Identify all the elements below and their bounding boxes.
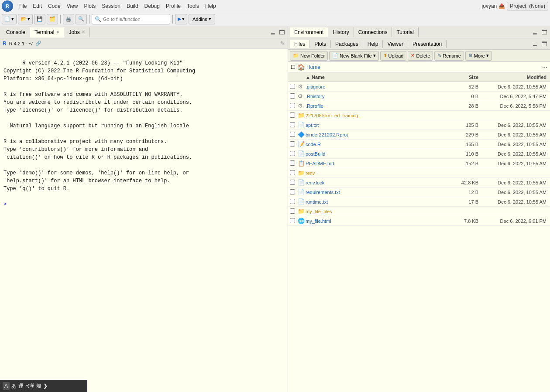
menu-tools[interactable]: Tools — [184, 2, 202, 10]
file-name-13[interactable]: my_file_files — [306, 209, 443, 214]
file-checkbox-9[interactable] — [290, 170, 298, 176]
file-name-10[interactable]: renv.lock — [306, 180, 443, 185]
menu-profile[interactable]: Profile — [163, 2, 183, 10]
file-check-3[interactable] — [290, 112, 295, 118]
run-button[interactable]: ▶ ▾ — [175, 14, 187, 24]
file-check-4[interactable] — [290, 122, 295, 127]
path-home-label[interactable]: Home — [306, 64, 320, 70]
find-button[interactable]: 🔍 — [76, 14, 87, 24]
file-name-12[interactable]: runtime.txt — [306, 199, 443, 205]
path-checkbox[interactable]: ☐ — [291, 64, 296, 70]
upload-button[interactable]: ⬆ Upload — [380, 51, 407, 61]
run-dropdown-icon[interactable]: ▾ — [182, 16, 185, 22]
header-name[interactable]: ▲ Name — [306, 75, 443, 80]
terminal-close-icon[interactable]: ✕ — [56, 30, 59, 34]
ime-hira-icon[interactable]: あ — [11, 382, 17, 390]
table-row[interactable]: ⚙ .Rhistory 0 B Dec 6, 2022, 5:47 PM — [288, 92, 550, 101]
file-name-3[interactable]: 221208tskm_ed_training — [306, 113, 443, 118]
open-file-dropdown-icon[interactable]: ▾ — [28, 16, 30, 22]
file-checkbox-5[interactable] — [290, 132, 298, 138]
table-row[interactable]: 📄 renv.lock 42.8 KB Dec 6, 2022, 10:55 A… — [288, 178, 550, 187]
new-blank-file-dropdown[interactable]: ▾ — [373, 53, 376, 58]
subtab-plots[interactable]: Plots — [310, 40, 331, 48]
table-row[interactable]: 📁 my_file_files — [288, 207, 550, 216]
menu-file[interactable]: File — [16, 2, 29, 10]
more-button[interactable]: ⚙ More ▾ — [465, 51, 492, 61]
file-check-0[interactable] — [290, 84, 295, 89]
file-checkbox-3[interactable] — [290, 112, 298, 119]
header-modified[interactable]: Modified — [478, 75, 548, 80]
file-name-8[interactable]: README.md — [306, 161, 443, 166]
file-name-0[interactable]: .gitignore — [306, 84, 443, 89]
file-name-14[interactable]: my_file.html — [306, 218, 443, 224]
table-row[interactable]: ⚙ .gitignore 52 B Dec 6, 2022, 10:55 AM — [288, 82, 550, 92]
file-name-2[interactable]: .Rprofile — [306, 103, 443, 109]
rename-button[interactable]: ✎ Rename — [434, 51, 464, 61]
delete-button[interactable]: ✕ Delete — [408, 51, 433, 61]
ime-un-icon[interactable]: 運 — [18, 382, 24, 390]
file-checkbox-6[interactable] — [290, 141, 298, 147]
ime-arrow-icon[interactable]: ❯ — [43, 383, 48, 389]
maximize-left-icon[interactable]: 🗖 — [278, 28, 286, 37]
tab-tutorial[interactable]: Tutorial — [392, 27, 419, 37]
table-row[interactable]: ⚙ .Rprofile 28 B Dec 6, 2022, 5:58 PM — [288, 101, 550, 111]
menu-view[interactable]: View — [64, 2, 81, 10]
file-checkbox-8[interactable] — [290, 160, 298, 167]
save-button[interactable]: 💾 — [34, 14, 45, 24]
subtab-viewer[interactable]: Viewer — [383, 40, 408, 48]
menu-help[interactable]: Help — [203, 2, 219, 10]
file-name-11[interactable]: requirements.txt — [306, 190, 443, 195]
table-row[interactable]: 🌐 my_file.html 7.8 KB Dec 6, 2022, 6:01 … — [288, 216, 550, 226]
table-row[interactable]: 📁 renv — [288, 168, 550, 178]
file-check-12[interactable] — [290, 199, 295, 204]
file-check-2[interactable] — [290, 103, 295, 108]
file-name-7[interactable]: postBuild — [306, 151, 443, 157]
ime-rkanji-icon[interactable]: R漢 — [25, 382, 34, 390]
file-checkbox-4[interactable] — [290, 122, 298, 128]
table-row[interactable]: 📁 221208tskm_ed_training — [288, 111, 550, 120]
publish-icon[interactable]: 📤 — [498, 3, 505, 9]
table-row[interactable]: 📄 apt.txt 125 B Dec 6, 2022, 10:55 AM — [288, 120, 550, 130]
jobs-close-icon[interactable]: ✕ — [82, 30, 85, 34]
menu-build[interactable]: Build — [124, 2, 141, 10]
table-row[interactable]: 📄 runtime.txt 17 B Dec 6, 2022, 10:55 AM — [288, 197, 550, 207]
tab-environment[interactable]: Environment — [290, 27, 328, 37]
tab-history[interactable]: History — [328, 27, 354, 37]
open-file-button[interactable]: 📂 ▾ — [18, 14, 33, 24]
file-checkbox-13[interactable] — [290, 208, 298, 215]
goto-input[interactable] — [103, 17, 167, 22]
file-check-7[interactable] — [290, 151, 295, 156]
file-name-1[interactable]: .Rhistory — [306, 94, 443, 99]
file-checkbox-2[interactable] — [290, 103, 298, 109]
subtab-help[interactable]: Help — [363, 40, 383, 48]
file-name-5[interactable]: binder221202.Rproj — [306, 132, 443, 137]
file-checkbox-11[interactable] — [290, 189, 298, 195]
table-row[interactable]: 🔷 binder221202.Rproj 229 B Dec 6, 2022, … — [288, 130, 550, 140]
menu-code[interactable]: Code — [45, 2, 63, 10]
subtab-files[interactable]: Files — [290, 40, 310, 48]
maximize-right-bottom-icon[interactable]: 🗖 — [540, 40, 548, 48]
new-blank-file-button[interactable]: 📄 New Blank File ▾ — [329, 51, 378, 61]
file-check-1[interactable] — [290, 93, 295, 99]
file-checkbox-7[interactable] — [290, 151, 298, 157]
ime-general-icon[interactable]: 般 — [36, 382, 41, 390]
subtab-presentation[interactable]: Presentation — [408, 40, 447, 48]
file-check-9[interactable] — [290, 170, 295, 175]
menu-debug[interactable]: Debug — [142, 2, 162, 10]
file-check-8[interactable] — [290, 160, 295, 166]
file-checkbox-1[interactable] — [290, 93, 298, 99]
file-check-14[interactable] — [290, 218, 295, 223]
save-all-button[interactable]: 🗂️ — [47, 14, 58, 24]
maximize-right-top-icon[interactable]: 🗖 — [540, 28, 548, 37]
file-name-4[interactable]: apt.txt — [306, 123, 443, 128]
ime-a-icon[interactable]: A — [3, 382, 10, 390]
menu-plots[interactable]: Plots — [82, 2, 99, 10]
menu-session[interactable]: Session — [99, 2, 123, 10]
new-script-dropdown-icon[interactable]: ▾ — [11, 16, 14, 22]
minimize-left-icon[interactable]: 🗕 — [269, 28, 277, 37]
file-name-6[interactable]: code.R — [306, 142, 443, 147]
file-check-13[interactable] — [290, 208, 295, 214]
tab-console[interactable]: Console — [2, 27, 30, 37]
subtab-packages[interactable]: Packages — [331, 40, 363, 48]
table-row[interactable]: 📄 postBuild 110 B Dec 6, 2022, 10:55 AM — [288, 149, 550, 159]
